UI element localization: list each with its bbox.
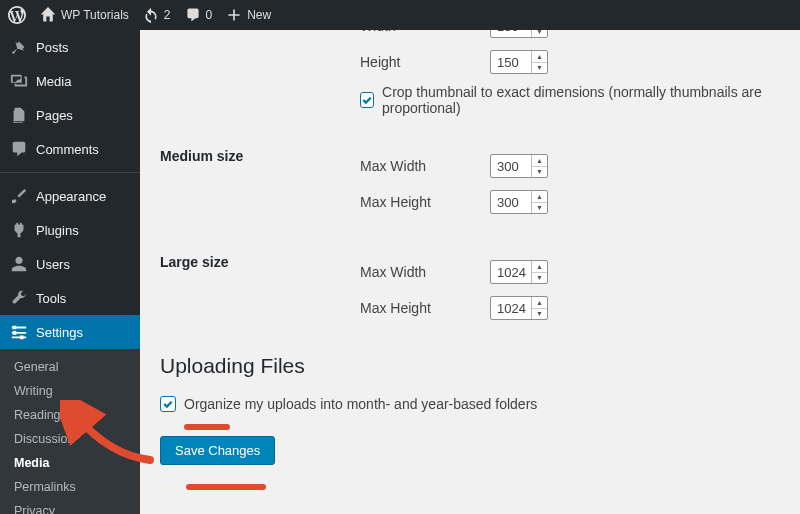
submenu-writing[interactable]: Writing bbox=[0, 379, 140, 403]
comment-icon bbox=[10, 140, 28, 158]
site-name-menu[interactable]: WP Tutorials bbox=[40, 7, 129, 23]
comments-count: 0 bbox=[206, 8, 213, 22]
menu-media[interactable]: Media bbox=[0, 64, 140, 98]
menu-appearance[interactable]: Appearance bbox=[0, 179, 140, 213]
submenu-discussion[interactable]: Discussion bbox=[0, 427, 140, 451]
menu-posts[interactable]: Posts bbox=[0, 30, 140, 64]
admin-sidebar: Posts Media Pages Comments Appearance Pl… bbox=[0, 30, 140, 514]
admin-bar: WP Tutorials 2 0 New bbox=[0, 0, 800, 30]
thumbnail-height-label: Height bbox=[360, 54, 490, 70]
comment-icon bbox=[185, 7, 201, 23]
spinner-buttons[interactable]: ▲▼ bbox=[531, 30, 547, 37]
menu-label: Appearance bbox=[36, 189, 106, 204]
menu-label: Comments bbox=[36, 142, 99, 157]
page-icon bbox=[10, 106, 28, 124]
submenu-media[interactable]: Media bbox=[0, 451, 140, 475]
wrench-icon bbox=[10, 289, 28, 307]
new-content-menu[interactable]: New bbox=[226, 7, 271, 23]
large-max-height-label: Max Height bbox=[360, 300, 490, 316]
menu-label: Media bbox=[36, 74, 71, 89]
spinner-buttons[interactable]: ▲▼ bbox=[531, 51, 547, 73]
media-icon bbox=[10, 72, 28, 90]
spinner-buttons[interactable]: ▲▼ bbox=[531, 297, 547, 319]
wp-logo-menu[interactable] bbox=[8, 6, 26, 24]
medium-max-height-label: Max Height bbox=[360, 194, 490, 210]
medium-max-height-input[interactable]: 300 ▲▼ bbox=[490, 190, 548, 214]
updates-menu[interactable]: 2 bbox=[143, 7, 171, 23]
crop-thumbnail-checkbox[interactable] bbox=[360, 92, 374, 108]
comments-menu[interactable]: 0 bbox=[185, 7, 213, 23]
input-value: 300 bbox=[497, 195, 519, 210]
submenu-privacy[interactable]: Privacy bbox=[0, 499, 140, 514]
organize-uploads-label: Organize my uploads into month- and year… bbox=[184, 396, 537, 412]
spinner-buttons[interactable]: ▲▼ bbox=[531, 261, 547, 283]
menu-pages[interactable]: Pages bbox=[0, 98, 140, 132]
large-max-width-label: Max Width bbox=[360, 264, 490, 280]
menu-plugins[interactable]: Plugins bbox=[0, 213, 140, 247]
plus-icon bbox=[226, 7, 242, 23]
menu-comments[interactable]: Comments bbox=[0, 132, 140, 166]
submenu-reading[interactable]: Reading bbox=[0, 403, 140, 427]
new-label: New bbox=[247, 8, 271, 22]
crop-thumbnail-label: Crop thumbnail to exact dimensions (norm… bbox=[382, 84, 780, 116]
sliders-icon bbox=[10, 323, 28, 341]
organize-uploads-checkbox[interactable] bbox=[160, 396, 176, 412]
menu-label: Users bbox=[36, 257, 70, 272]
menu-label: Settings bbox=[36, 325, 83, 340]
thumbnail-width-label: Width bbox=[360, 30, 490, 34]
uploading-files-heading: Uploading Files bbox=[160, 354, 780, 378]
users-icon bbox=[10, 255, 28, 273]
check-icon bbox=[361, 94, 373, 106]
menu-tools[interactable]: Tools bbox=[0, 281, 140, 315]
save-changes-button[interactable]: Save Changes bbox=[160, 436, 275, 465]
thumbnail-height-input[interactable]: 150 ▲▼ bbox=[490, 50, 548, 74]
menu-users[interactable]: Users bbox=[0, 247, 140, 281]
settings-content: Thumbnail size Width 150 ▲▼ Height 150 ▲… bbox=[140, 30, 800, 514]
home-icon bbox=[40, 7, 56, 23]
medium-size-label: Medium size bbox=[160, 148, 360, 164]
spinner-buttons[interactable]: ▲▼ bbox=[531, 191, 547, 213]
submenu-general[interactable]: General bbox=[0, 355, 140, 379]
menu-label: Tools bbox=[36, 291, 66, 306]
pin-icon bbox=[10, 38, 28, 56]
input-value: 300 bbox=[497, 159, 519, 174]
spinner-buttons[interactable]: ▲▼ bbox=[531, 155, 547, 177]
wordpress-icon bbox=[8, 6, 26, 24]
menu-separator bbox=[0, 172, 140, 173]
large-size-label: Large size bbox=[160, 254, 360, 270]
plugin-icon bbox=[10, 221, 28, 239]
refresh-icon bbox=[143, 7, 159, 23]
updates-count: 2 bbox=[164, 8, 171, 22]
large-max-width-input[interactable]: 1024 ▲▼ bbox=[490, 260, 548, 284]
brush-icon bbox=[10, 187, 28, 205]
site-title: WP Tutorials bbox=[61, 8, 129, 22]
input-value: 150 bbox=[497, 55, 519, 70]
medium-max-width-input[interactable]: 300 ▲▼ bbox=[490, 154, 548, 178]
thumbnail-width-input[interactable]: 150 ▲▼ bbox=[490, 30, 548, 38]
input-value: 150 bbox=[497, 30, 519, 34]
menu-label: Posts bbox=[36, 40, 69, 55]
large-max-height-input[interactable]: 1024 ▲▼ bbox=[490, 296, 548, 320]
menu-label: Plugins bbox=[36, 223, 79, 238]
menu-label: Pages bbox=[36, 108, 73, 123]
settings-submenu: General Writing Reading Discussion Media… bbox=[0, 349, 140, 514]
input-value: 1024 bbox=[497, 301, 526, 316]
check-icon bbox=[162, 398, 174, 410]
submenu-permalinks[interactable]: Permalinks bbox=[0, 475, 140, 499]
menu-settings[interactable]: Settings bbox=[0, 315, 140, 349]
input-value: 1024 bbox=[497, 265, 526, 280]
medium-max-width-label: Max Width bbox=[360, 158, 490, 174]
